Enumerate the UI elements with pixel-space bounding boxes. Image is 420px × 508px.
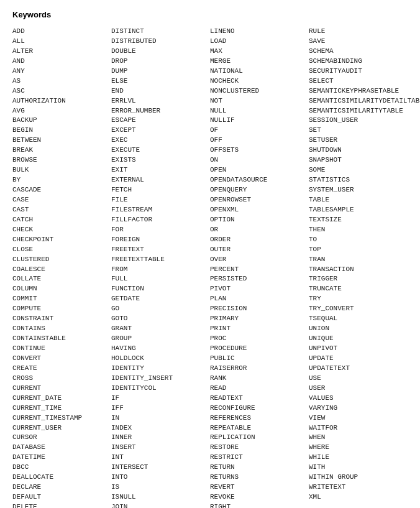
keyword-item: NULL [210, 106, 309, 116]
keyword-item: BROWSE [12, 155, 111, 165]
keyword-item: XML [309, 492, 408, 502]
keyword-item: RULE [309, 27, 408, 37]
keyword-item: PERSISTED [210, 274, 309, 284]
keyword-item: RETURN [210, 463, 309, 473]
keyword-item: IF [111, 394, 210, 404]
keyword-item: PROCEDURE [210, 344, 309, 354]
keyword-item: ALTER [12, 47, 111, 57]
keyword-item: AUTHORIZATION [12, 96, 111, 106]
keyword-item: TRY [309, 294, 408, 304]
keyword-item: EXIT [111, 165, 210, 175]
keyword-item: REPLICATION [210, 433, 309, 443]
keyword-item: CAST [12, 205, 111, 215]
keyword-item: MERGE [210, 57, 309, 67]
keyword-item: CROSS [12, 374, 111, 384]
keyword-item: VARYING [309, 404, 408, 413]
keyword-item: FREETEXTTABLE [111, 255, 210, 265]
keyword-item: WHILE [309, 453, 408, 463]
keyword-item: DELETE [12, 502, 111, 508]
keyword-item: TABLESAMPLE [309, 205, 408, 215]
keyword-item: WAITFOR [309, 423, 408, 433]
keyword-item: OPENQUERY [210, 185, 309, 195]
keyword-item: SCHEMABINDING [309, 57, 408, 67]
keyword-item: HAVING [111, 344, 210, 354]
keyword-item: COLLATE [12, 274, 111, 284]
keyword-item: SESSION_USER [309, 116, 408, 126]
keyword-item: GETDATE [111, 294, 210, 304]
keyword-item: OVER [210, 255, 309, 265]
keyword-item: UPDATETEXT [309, 364, 408, 374]
keyword-item: OUTER [210, 245, 309, 255]
keyword-item: RESTRICT [210, 453, 309, 463]
keyword-item: EXTERNAL [111, 175, 210, 185]
keyword-item: CHECK [12, 225, 111, 235]
keyword-item: RIGHT [210, 502, 309, 508]
keyword-item: REVOKE [210, 492, 309, 502]
keyword-item: SET [309, 126, 408, 136]
keyword-item: REPEATABLE [210, 423, 309, 433]
keyword-item: READ [210, 384, 309, 394]
keyword-item: USE [309, 374, 408, 384]
keyword-item: DISTRIBUTED [111, 37, 210, 47]
keyword-item: CONTAINSTABLE [12, 334, 111, 344]
keyword-item: EXEC [111, 136, 210, 145]
keyword-item: ON [210, 155, 309, 165]
keyword-item: WRITETEXT [309, 483, 408, 492]
keyword-item: DOUBLE [111, 47, 210, 57]
keyword-item: UNIQUE [309, 334, 408, 344]
keyword-item: SOME [309, 165, 408, 175]
keyword-item: TO [309, 235, 408, 245]
keyword-item: DISTINCT [111, 27, 210, 37]
keyword-item: AND [12, 57, 111, 67]
keyword-item: OR [210, 225, 309, 235]
keyword-item: PIVOT [210, 284, 309, 294]
keyword-item: BEGIN [12, 126, 111, 136]
keyword-item: BULK [12, 165, 111, 175]
keyword-item: PRECISION [210, 304, 309, 314]
keyword-item: CURRENT [12, 384, 111, 394]
keyword-item: OPENXML [210, 205, 309, 215]
keyword-item: PUBLIC [210, 354, 309, 364]
keyword-item: FREETEXT [111, 245, 210, 255]
keyword-item: WITH [309, 463, 408, 473]
keyword-item: LOAD [210, 37, 309, 47]
keyword-item: NONCLUSTERED [210, 86, 309, 96]
keyword-item: CATCH [12, 215, 111, 225]
keyword-item: FROM [111, 265, 210, 275]
keyword-item: GROUP [111, 334, 210, 344]
keyword-item: OPENDATASOURCE [210, 175, 309, 185]
keyword-item: INSERT [111, 443, 210, 453]
keyword-item: NATIONAL [210, 67, 309, 76]
keyword-item: DBCC [12, 463, 111, 473]
keyword-item: AVG [12, 106, 111, 116]
keyword-item: BETWEEN [12, 136, 111, 145]
keyword-item: CASE [12, 195, 111, 205]
keyword-item: FOR [111, 225, 210, 235]
keyword-item: TRAN [309, 255, 408, 265]
keyword-item: COMMIT [12, 294, 111, 304]
keyword-item: AS [12, 76, 111, 86]
keyword-item: EXECUTE [111, 145, 210, 155]
keyword-item: RESTORE [210, 443, 309, 453]
keyword-item: CONTAINS [12, 324, 111, 334]
keyword-column-0: ADDALLALTERANDANYASASCAUTHORIZATIONAVGBA… [12, 27, 111, 508]
keyword-item: SETUSER [309, 136, 408, 145]
keyword-item: INTO [111, 473, 210, 483]
keyword-item: GRANT [111, 324, 210, 334]
keyword-item: FETCH [111, 185, 210, 195]
keyword-item: GO [111, 304, 210, 314]
keyword-item: FILESTREAM [111, 205, 210, 215]
keyword-item: SEMANTICSIMILARITYTABLE [309, 106, 408, 116]
keyword-item: NOT [210, 96, 309, 106]
keyword-item: OFF [210, 136, 309, 145]
keyword-item: JOIN [111, 502, 210, 508]
keyword-item: CONSTRAINT [12, 314, 111, 324]
keyword-item: TRUNCATE [309, 284, 408, 294]
keyword-item: OPENROWSET [210, 195, 309, 205]
keyword-item: ERRLVL [111, 96, 210, 106]
keyword-item: READTEXT [210, 394, 309, 404]
keyword-item: RANK [210, 374, 309, 384]
keyword-item: SEMANTICKEYPHRASETABLE [309, 86, 408, 96]
keyword-item: STATISTICS [309, 175, 408, 185]
keyword-item: BREAK [12, 145, 111, 155]
